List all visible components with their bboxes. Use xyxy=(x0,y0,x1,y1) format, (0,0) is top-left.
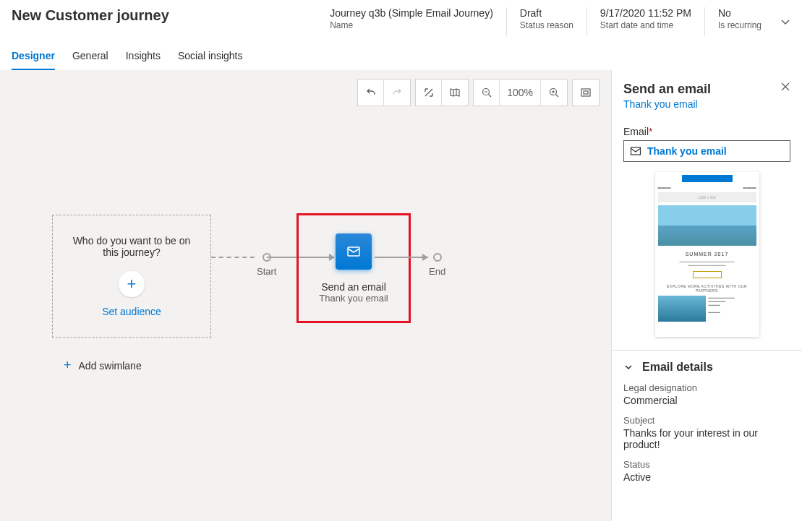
audience-question: Who do you want to be on this journey? xyxy=(64,235,199,258)
end-node: End xyxy=(429,253,445,277)
email-lookup-input[interactable]: Thank you email xyxy=(623,140,790,162)
tab-insights[interactable]: Insights xyxy=(126,50,161,70)
mail-icon xyxy=(630,145,641,157)
tile-subtitle: Thank you email xyxy=(319,293,388,304)
zoom-in-button[interactable] xyxy=(541,80,567,106)
end-dot-icon xyxy=(433,253,442,262)
legal-value: Commercial xyxy=(623,395,790,406)
status-label: Status xyxy=(623,459,790,470)
close-panel-button[interactable] xyxy=(780,82,790,92)
tab-social[interactable]: Social insights xyxy=(178,50,243,70)
meta-status[interactable]: Draft Status reason xyxy=(506,7,586,36)
meta-date[interactable]: 9/17/2020 11:52 PM Start date and time xyxy=(586,7,704,36)
status-value: Active xyxy=(623,471,790,483)
plus-icon: + xyxy=(64,358,72,373)
connector-2 xyxy=(375,257,428,258)
email-field: Email* Thank you email xyxy=(623,126,790,162)
minimap-button[interactable] xyxy=(442,80,468,106)
tab-general[interactable]: General xyxy=(72,50,108,70)
meta-name[interactable]: Journey q3b (Simple Email Journey) Name xyxy=(317,7,506,36)
panel-link[interactable]: Thank you email xyxy=(623,98,790,110)
chevron-down-icon xyxy=(623,362,634,372)
arrow-icon xyxy=(422,254,428,261)
tab-bar: Designer General Insights Social insight… xyxy=(0,37,802,70)
tile-title: Send an email xyxy=(321,281,386,293)
email-tile[interactable]: Send an email Thank you email xyxy=(297,213,411,323)
svg-rect-2 xyxy=(581,89,590,96)
section-header[interactable]: Email details xyxy=(623,361,790,374)
fit-button[interactable] xyxy=(416,80,442,106)
subject-value: Thanks for your interest in our product! xyxy=(623,427,790,450)
properties-panel: Send an email Thank you email Email* Tha… xyxy=(611,70,802,521)
zoom-level[interactable]: 100% xyxy=(500,80,541,106)
zoom-out-button[interactable] xyxy=(474,80,500,106)
set-audience-link[interactable]: Set audience xyxy=(102,306,161,317)
required-icon: * xyxy=(649,126,652,137)
subject-label: Subject xyxy=(623,415,790,426)
svg-rect-5 xyxy=(631,147,641,155)
canvas-toolbar: 100% xyxy=(357,79,600,106)
svg-rect-4 xyxy=(348,247,359,256)
legal-label: Legal designation xyxy=(623,382,790,393)
add-audience-button[interactable]: + xyxy=(119,271,145,297)
meta-recurring[interactable]: No Is recurring xyxy=(704,7,775,36)
panel-title: Send an email xyxy=(623,82,711,97)
svg-rect-3 xyxy=(584,91,588,94)
email-preview: ▬▬▬▬▬▬ 1200 x 300 SUMMER 2017 ▬▬▬▬▬▬▬▬▬▬… xyxy=(655,172,759,337)
designer-canvas[interactable]: 100% Who do you want to be on this journ… xyxy=(0,70,611,521)
audience-placeholder[interactable]: Who do you want to be on this journey? +… xyxy=(52,215,211,338)
header-meta: Journey q3b (Simple Email Journey) Name … xyxy=(317,7,790,36)
page-title: New Customer journey xyxy=(12,7,317,24)
chevron-down-icon[interactable] xyxy=(780,17,790,27)
add-swimlane-button[interactable]: + Add swimlane xyxy=(64,358,142,373)
email-value: Thank you email xyxy=(647,145,727,157)
connector-dashed xyxy=(211,257,255,258)
email-details-section: Email details Legal designation Commerci… xyxy=(612,350,802,483)
undo-button[interactable] xyxy=(358,80,384,106)
tab-designer[interactable]: Designer xyxy=(12,50,55,70)
fullscreen-button[interactable] xyxy=(573,80,599,106)
redo-button xyxy=(384,80,410,106)
page-header: New Customer journey Journey q3b (Simple… xyxy=(0,0,802,37)
mail-icon xyxy=(336,233,372,270)
